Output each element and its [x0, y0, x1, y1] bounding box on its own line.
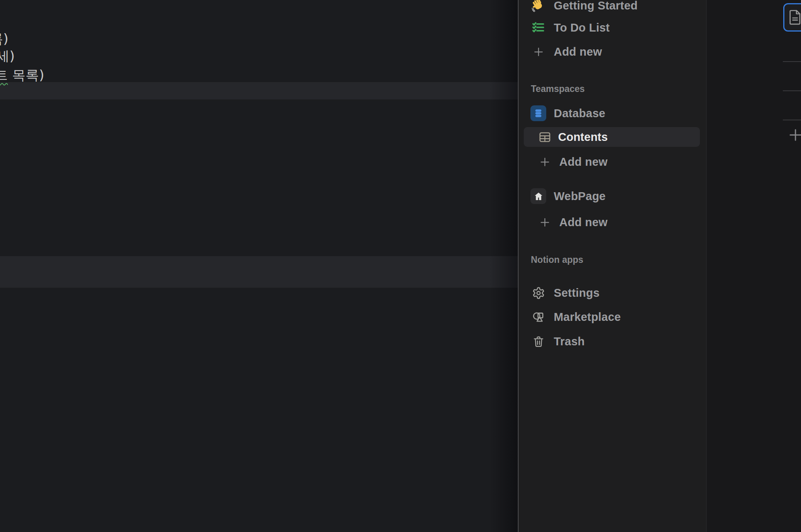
- sidebar-item-label: To Do List: [554, 21, 610, 34]
- notion-sidebar: Getting Started To Do List Add new Teams…: [519, 0, 707, 532]
- sidebar-item-to-do-list[interactable]: To Do List: [519, 17, 718, 39]
- rail-divider: [783, 90, 801, 91]
- document-icon: [788, 9, 801, 26]
- left-editor-window: 록) 세) 트 목록): [0, 0, 518, 532]
- misspelled-text: 트: [0, 67, 8, 83]
- plus-icon: [539, 214, 550, 230]
- editor-line[interactable]: 록): [0, 30, 8, 47]
- teamspaces-section-header[interactable]: Teamspaces: [531, 84, 697, 94]
- sidebar-item-label: Add new: [554, 45, 602, 58]
- screen: 록) 세) 트 목록): [0, 0, 801, 532]
- home-icon: [530, 188, 546, 204]
- sidebar-item-contents-selected[interactable]: Contents: [524, 127, 700, 147]
- sidebar-item-database[interactable]: Database: [519, 102, 718, 124]
- editor-line-text: 록): [0, 31, 8, 47]
- sidebar-item-marketplace[interactable]: Marketplace: [519, 306, 718, 328]
- marketplace-icon: [530, 309, 546, 325]
- editor-line[interactable]: 트 목록): [0, 66, 44, 84]
- sidebar-item-label: Marketplace: [554, 311, 621, 324]
- add-button[interactable]: [788, 127, 801, 143]
- sidebar-item-label: Trash: [554, 335, 585, 348]
- sidebar-add-new-button[interactable]: Add new: [519, 41, 721, 63]
- sidebar-item-label: WebPage: [554, 190, 605, 203]
- sidebar-item-label: Add new: [559, 216, 607, 229]
- checklist-icon: [530, 20, 546, 36]
- sidebar-add-new-button[interactable]: Add new: [519, 151, 727, 173]
- notion-apps-section-header[interactable]: Notion apps: [531, 255, 697, 265]
- sidebar-item-label: Settings: [554, 287, 600, 300]
- sidebar-item-trash[interactable]: Trash: [519, 330, 718, 352]
- editor-highlight-row[interactable]: [0, 256, 518, 288]
- wave-emoji-icon: [530, 0, 546, 13]
- sidebar-item-label: Contents: [558, 131, 608, 144]
- sidebar-item-label: Database: [554, 107, 605, 120]
- trash-icon: [530, 333, 546, 349]
- sidebar-add-new-button[interactable]: Add new: [519, 211, 727, 233]
- sidebar-item-label: Getting Started: [554, 0, 637, 12]
- rail-divider: [783, 61, 801, 62]
- rail-divider: [783, 120, 801, 120]
- editor-line-text: 목록): [8, 67, 44, 83]
- database-icon: [530, 105, 546, 121]
- sidebar-item-label: Add new: [559, 155, 607, 169]
- editor-highlight-row[interactable]: [0, 82, 518, 99]
- editor-line[interactable]: 세): [0, 47, 15, 65]
- plus-icon: [533, 44, 544, 60]
- gear-icon: [530, 285, 546, 301]
- plus-icon: [788, 127, 801, 143]
- notion-canvas: [707, 0, 801, 532]
- editor-line-text: 세): [0, 48, 15, 64]
- table-icon: [538, 131, 551, 144]
- sidebar-item-webpage[interactable]: WebPage: [519, 185, 718, 207]
- sidebar-item-settings[interactable]: Settings: [519, 282, 718, 304]
- plus-icon: [539, 154, 550, 170]
- sidebar-item-getting-started[interactable]: Getting Started: [519, 0, 718, 17]
- page-icon-button[interactable]: [783, 3, 801, 32]
